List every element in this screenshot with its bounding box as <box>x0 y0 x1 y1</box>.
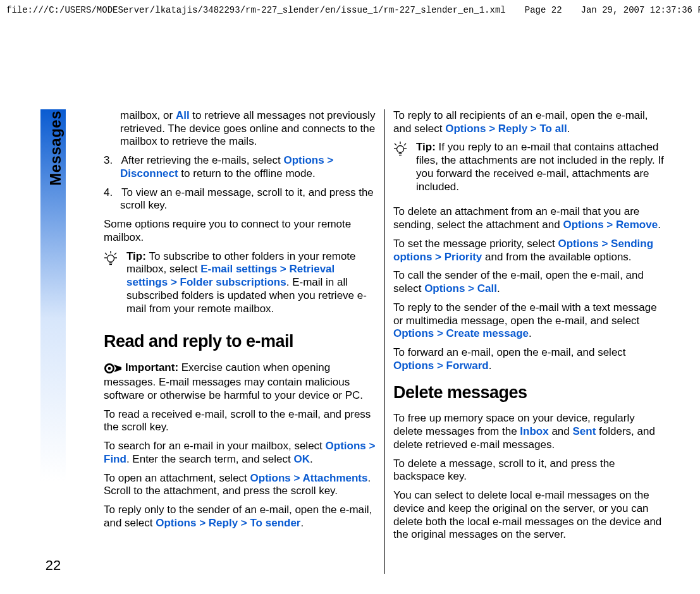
link-create-message: Create message <box>446 327 529 339</box>
columns: mailbox, or All to retrieve all messages… <box>104 109 666 574</box>
separator-icon: > <box>604 219 616 231</box>
link-reply: Reply <box>209 517 238 529</box>
text: . <box>567 123 570 135</box>
list-number: 4. <box>104 186 113 198</box>
link-disconnect: Disconnect <box>120 167 178 179</box>
text: . <box>497 282 500 294</box>
link-sent: Sent <box>572 425 596 437</box>
important-lead: Important: <box>125 362 181 374</box>
text: To view an e-mail message, scroll to it,… <box>120 186 374 212</box>
paragraph: To delete a message, scroll to it, and p… <box>393 458 665 483</box>
link-options: Options <box>326 440 366 452</box>
link-ok: OK <box>293 453 310 465</box>
paragraph: You can select to delete local e-mail me… <box>393 489 665 542</box>
text: To reply to the sender of the e-mail wit… <box>393 301 657 327</box>
separator-icon: > <box>599 238 611 250</box>
tip-lead: Tip: <box>416 141 439 153</box>
text: To search for an e-mail in your mailbox,… <box>104 440 326 452</box>
heading-read-reply: Read and reply to e-mail <box>104 331 376 352</box>
svg-point-17 <box>397 146 404 153</box>
page-number: 22 <box>40 557 66 574</box>
link-options: Options <box>424 282 465 294</box>
header-page: Page 22 <box>525 5 562 15</box>
column-1: mailbox, or All to retrieve all messages… <box>104 109 376 574</box>
link-priority: Priority <box>445 251 482 263</box>
svg-line-13 <box>395 143 396 145</box>
link-options: Options <box>563 219 603 231</box>
text: . <box>529 327 532 339</box>
text: mailbox, or <box>120 109 176 121</box>
heading-delete: Delete messages <box>393 382 665 403</box>
header-timestamp: Jan 29, 2007 12:37:36 PM <box>581 5 700 15</box>
separator-icon: > <box>432 251 444 263</box>
paragraph: To read a received e-mail, scroll to the… <box>104 408 376 434</box>
link-attachments: Attachments <box>303 472 368 484</box>
text: and <box>549 425 573 437</box>
important-block: Important: Exercise caution when opening… <box>104 361 376 402</box>
tip-text: Tip: If you reply to an e-mail that cont… <box>416 141 665 199</box>
side-tab-label: Messages <box>47 111 64 186</box>
separator-icon: > <box>434 327 446 339</box>
text: . <box>489 360 492 372</box>
link-find: Find <box>104 453 126 465</box>
paragraph: Tip: To subscribe to other folders in yo… <box>126 250 376 316</box>
side-tab: Messages <box>47 35 64 111</box>
link-options: Options <box>393 327 434 339</box>
separator-icon: > <box>196 517 208 529</box>
tip-text: Tip: To subscribe to other folders in yo… <box>126 250 376 322</box>
text: and from the available options. <box>482 251 631 263</box>
text: . <box>310 453 313 465</box>
separator-icon: > <box>291 472 303 484</box>
column-2: To reply to all recipients of an e-mail,… <box>393 109 665 574</box>
tip-icon <box>393 141 410 199</box>
link-call: Call <box>477 282 497 294</box>
paragraph: To set the message priority, select Opti… <box>393 238 665 264</box>
link-options: Options <box>393 360 434 372</box>
paragraph: To free up memory space on your device, … <box>393 412 665 451</box>
separator-icon: > <box>486 123 498 135</box>
separator-icon: > <box>238 517 250 529</box>
text: . Enter the search term, and select <box>126 453 294 465</box>
list-item-4: 4. To view an e-mail message, scroll to … <box>120 186 376 212</box>
paragraph: To reply to all recipients of an e-mail,… <box>393 109 665 135</box>
separator-icon: > <box>465 282 477 294</box>
svg-line-1 <box>105 253 107 255</box>
separator-icon: > <box>434 360 446 372</box>
separator-icon: > <box>277 263 289 275</box>
link-email-settings: E-mail settings <box>200 263 277 275</box>
paragraph: To reply only to the sender of an e-mail… <box>104 504 376 530</box>
list-item-3: 3. After retrieving the e-mails, select … <box>120 154 376 180</box>
text: To open an attachment, select <box>104 472 250 484</box>
separator-icon: > <box>366 440 376 452</box>
svg-point-10 <box>108 367 111 370</box>
link-options: Options <box>283 154 324 166</box>
link-to-sender: To sender <box>250 517 301 529</box>
link-to-all: To all <box>540 123 567 135</box>
paragraph: To open an attachment, select Options > … <box>104 472 376 498</box>
list-number: 3. <box>104 154 113 166</box>
header-path: file:///C:/USERS/MODEServer/lkatajis/348… <box>6 5 506 15</box>
paragraph: Some options require you to connect to y… <box>104 218 376 244</box>
text: To set the message priority, select <box>393 238 558 250</box>
link-forward: Forward <box>446 360 489 372</box>
text: If you reply to an e-mail that contains … <box>416 141 664 192</box>
paragraph: To delete an attachment from an e-mail t… <box>393 205 665 231</box>
link-all: All <box>176 109 190 121</box>
link-options: Options <box>558 238 598 250</box>
page-content: Messages 22 mailbox, or All to retrieve … <box>40 88 673 581</box>
paragraph: To reply to the sender of the e-mail wit… <box>393 301 665 341</box>
link-folder-subscriptions: Folder subscriptions <box>180 276 286 288</box>
text: To forward an e-mail, open the e-mail, a… <box>393 346 626 358</box>
text: After retrieving the e-mails, select <box>121 154 283 166</box>
svg-line-2 <box>114 253 116 255</box>
link-options: Options <box>250 472 291 484</box>
separator-icon: > <box>324 154 334 166</box>
paragraph: mailbox, or All to retrieve all messages… <box>120 109 376 148</box>
paragraph: Tip: If you reply to an e-mail that cont… <box>416 141 665 193</box>
text: . <box>658 219 661 231</box>
paragraph: To search for an e-mail in your mailbox,… <box>104 440 376 466</box>
svg-point-5 <box>107 255 114 262</box>
svg-line-14 <box>404 143 406 145</box>
tip-block: Tip: If you reply to an e-mail that cont… <box>393 141 665 199</box>
print-header: file:///C:/USERS/MODEServer/lkatajis/348… <box>6 5 694 15</box>
